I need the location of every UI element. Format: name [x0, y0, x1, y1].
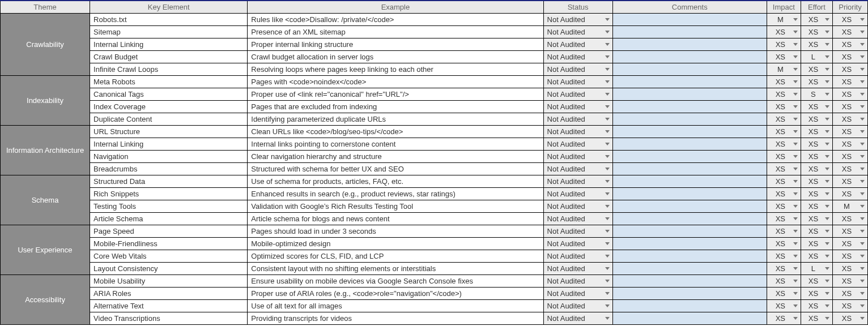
status-dropdown[interactable]: Not Audited	[543, 13, 612, 25]
comments-cell[interactable]	[612, 38, 767, 50]
impact-dropdown[interactable]: XS	[767, 299, 801, 312]
priority-dropdown[interactable]: XS	[832, 38, 867, 50]
impact-dropdown[interactable]: XS	[767, 25, 801, 38]
comments-cell[interactable]	[612, 237, 767, 250]
priority-dropdown[interactable]: XS	[832, 225, 867, 237]
effort-dropdown[interactable]: XS	[801, 100, 832, 113]
priority-dropdown[interactable]: XS	[832, 25, 867, 38]
effort-dropdown[interactable]: XS	[801, 187, 832, 200]
impact-dropdown[interactable]: XS	[767, 287, 801, 299]
priority-dropdown[interactable]: XS	[832, 212, 867, 225]
impact-dropdown[interactable]: XS	[767, 75, 801, 88]
status-dropdown[interactable]: Not Audited	[543, 312, 612, 324]
impact-dropdown[interactable]: XS	[767, 250, 801, 262]
impact-dropdown[interactable]: XS	[767, 88, 801, 100]
priority-dropdown[interactable]: XS	[832, 274, 867, 287]
impact-dropdown[interactable]: XS	[767, 125, 801, 138]
status-dropdown[interactable]: Not Audited	[543, 212, 612, 225]
status-dropdown[interactable]: Not Audited	[543, 100, 612, 113]
impact-dropdown[interactable]: XS	[767, 162, 801, 175]
priority-dropdown[interactable]: XS	[832, 138, 867, 150]
impact-dropdown[interactable]: XS	[767, 100, 801, 113]
comments-cell[interactable]	[612, 113, 767, 125]
priority-dropdown[interactable]: XS	[832, 88, 867, 100]
comments-cell[interactable]	[612, 299, 767, 312]
comments-cell[interactable]	[612, 88, 767, 100]
comments-cell[interactable]	[612, 138, 767, 150]
impact-dropdown[interactable]: XS	[767, 262, 801, 274]
comments-cell[interactable]	[612, 175, 767, 187]
priority-dropdown[interactable]: XS	[832, 262, 867, 274]
priority-dropdown[interactable]: XS	[832, 63, 867, 75]
status-dropdown[interactable]: Not Audited	[543, 113, 612, 125]
comments-cell[interactable]	[612, 75, 767, 88]
effort-dropdown[interactable]: XS	[801, 299, 832, 312]
priority-dropdown[interactable]: XS	[832, 75, 867, 88]
impact-dropdown[interactable]: XS	[767, 312, 801, 324]
status-dropdown[interactable]: Not Audited	[543, 274, 612, 287]
priority-dropdown[interactable]: XS	[832, 175, 867, 187]
status-dropdown[interactable]: Not Audited	[543, 75, 612, 88]
priority-dropdown[interactable]: XS	[832, 125, 867, 138]
effort-dropdown[interactable]: XS	[801, 138, 832, 150]
impact-dropdown[interactable]: XS	[767, 237, 801, 250]
impact-dropdown[interactable]: XS	[767, 138, 801, 150]
effort-dropdown[interactable]: XS	[801, 237, 832, 250]
priority-dropdown[interactable]: XS	[832, 100, 867, 113]
effort-dropdown[interactable]: XS	[801, 125, 832, 138]
effort-dropdown[interactable]: XS	[801, 274, 832, 287]
priority-dropdown[interactable]: XS	[832, 187, 867, 200]
effort-dropdown[interactable]: XS	[801, 250, 832, 262]
status-dropdown[interactable]: Not Audited	[543, 50, 612, 63]
impact-dropdown[interactable]: XS	[767, 274, 801, 287]
comments-cell[interactable]	[612, 150, 767, 162]
impact-dropdown[interactable]: XS	[767, 38, 801, 50]
priority-dropdown[interactable]: XS	[832, 50, 867, 63]
status-dropdown[interactable]: Not Audited	[543, 262, 612, 274]
comments-cell[interactable]	[612, 250, 767, 262]
priority-dropdown[interactable]: XS	[832, 299, 867, 312]
priority-dropdown[interactable]: XS	[832, 113, 867, 125]
comments-cell[interactable]	[612, 25, 767, 38]
impact-dropdown[interactable]: XS	[767, 212, 801, 225]
comments-cell[interactable]	[612, 63, 767, 75]
effort-dropdown[interactable]: XS	[801, 287, 832, 299]
priority-dropdown[interactable]: XS	[832, 162, 867, 175]
effort-dropdown[interactable]: XS	[801, 175, 832, 187]
status-dropdown[interactable]: Not Audited	[543, 187, 612, 200]
comments-cell[interactable]	[612, 287, 767, 299]
effort-dropdown[interactable]: S	[801, 88, 832, 100]
priority-dropdown[interactable]: XS	[832, 237, 867, 250]
effort-dropdown[interactable]: XS	[801, 113, 832, 125]
impact-dropdown[interactable]: XS	[767, 175, 801, 187]
comments-cell[interactable]	[612, 225, 767, 237]
impact-dropdown[interactable]: XS	[767, 200, 801, 212]
comments-cell[interactable]	[612, 13, 767, 25]
impact-dropdown[interactable]: XS	[767, 225, 801, 237]
effort-dropdown[interactable]: XS	[801, 200, 832, 212]
comments-cell[interactable]	[612, 100, 767, 113]
status-dropdown[interactable]: Not Audited	[543, 287, 612, 299]
impact-dropdown[interactable]: M	[767, 63, 801, 75]
priority-dropdown[interactable]: M	[832, 200, 867, 212]
impact-dropdown[interactable]: XS	[767, 150, 801, 162]
effort-dropdown[interactable]: XS	[801, 150, 832, 162]
effort-dropdown[interactable]: XS	[801, 63, 832, 75]
status-dropdown[interactable]: Not Audited	[543, 250, 612, 262]
priority-dropdown[interactable]: XS	[832, 150, 867, 162]
status-dropdown[interactable]: Not Audited	[543, 150, 612, 162]
effort-dropdown[interactable]: XS	[801, 312, 832, 324]
effort-dropdown[interactable]: L	[801, 262, 832, 274]
comments-cell[interactable]	[612, 212, 767, 225]
effort-dropdown[interactable]: L	[801, 50, 832, 63]
status-dropdown[interactable]: Not Audited	[543, 162, 612, 175]
status-dropdown[interactable]: Not Audited	[543, 225, 612, 237]
status-dropdown[interactable]: Not Audited	[543, 25, 612, 38]
effort-dropdown[interactable]: XS	[801, 13, 832, 25]
effort-dropdown[interactable]: XS	[801, 25, 832, 38]
comments-cell[interactable]	[612, 50, 767, 63]
impact-dropdown[interactable]: XS	[767, 50, 801, 63]
status-dropdown[interactable]: Not Audited	[543, 237, 612, 250]
comments-cell[interactable]	[612, 200, 767, 212]
priority-dropdown[interactable]: XS	[832, 250, 867, 262]
